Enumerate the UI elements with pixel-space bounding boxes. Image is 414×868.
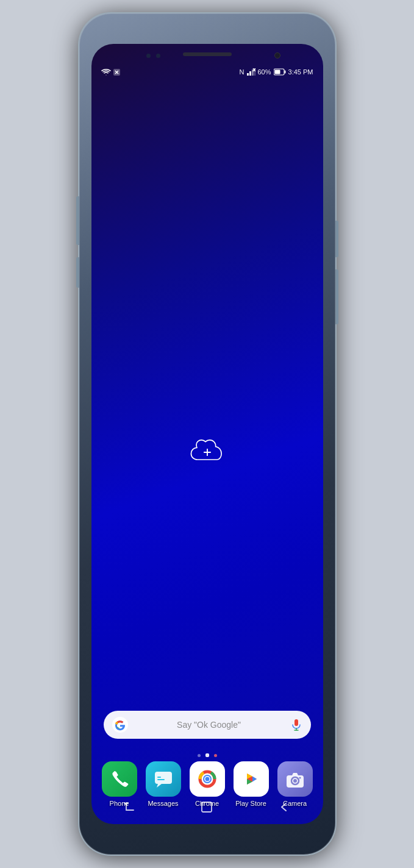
playstore-icon: [240, 767, 263, 791]
battery-percentage: 60%: [258, 68, 271, 76]
phone-screen: N 60% 3:45 PM: [91, 44, 323, 824]
svg-marker-19: [157, 784, 162, 788]
phone-device: N 60% 3:45 PM: [79, 13, 335, 855]
page-dot-home: [205, 753, 209, 757]
svg-rect-21: [157, 779, 165, 780]
page-dot-active: [214, 754, 217, 757]
camera-icon: [284, 767, 307, 791]
bixby-button[interactable]: [335, 269, 338, 324]
svg-rect-4: [249, 71, 251, 76]
search-placeholder-text: Say "Ok Google": [133, 720, 285, 730]
volume-up-button[interactable]: [76, 196, 79, 245]
wifi-icon: [101, 68, 111, 76]
sensor-left: [146, 54, 151, 58]
status-left-icons: [101, 68, 120, 76]
svg-point-31: [299, 777, 301, 779]
battery-icon: [274, 68, 286, 76]
cloud-upload-widget[interactable]: [189, 439, 226, 465]
volume-down-button[interactable]: [76, 257, 79, 288]
svg-rect-15: [294, 719, 298, 726]
messages-icon: [152, 767, 175, 791]
status-time: 3:45 PM: [288, 68, 313, 76]
sensor-right: [156, 54, 160, 58]
svg-point-30: [293, 779, 297, 783]
svg-rect-32: [202, 802, 212, 812]
google-logo: [112, 717, 128, 733]
svg-point-26: [205, 777, 209, 781]
earpiece-speaker: [183, 52, 232, 56]
navigation-bar: [91, 790, 323, 824]
svg-rect-18: [155, 772, 172, 784]
nfc-icon-text: N: [240, 68, 244, 76]
chrome-icon: [196, 767, 219, 791]
voice-search-icon[interactable]: [290, 719, 302, 731]
back-button[interactable]: [272, 795, 296, 819]
status-bar: N 60% 3:45 PM: [91, 63, 323, 80]
svg-rect-11: [274, 70, 280, 74]
power-button[interactable]: [335, 221, 338, 257]
svg-rect-3: [247, 73, 249, 76]
svg-rect-10: [284, 71, 285, 74]
google-search-bar[interactable]: Say "Ok Google": [104, 711, 311, 739]
page-indicator-dots: [91, 753, 323, 757]
mobile-data-x-icon: [113, 69, 120, 76]
phone-icon: [108, 767, 131, 791]
cloud-plus-icon: [189, 439, 226, 465]
home-screen-content: Say "Ok Google": [91, 80, 323, 824]
front-camera: [274, 52, 280, 59]
page-dot-1: [198, 754, 201, 757]
svg-rect-20: [157, 777, 161, 778]
recents-button[interactable]: [118, 795, 142, 819]
status-right-icons: N 60% 3:45 PM: [240, 68, 313, 76]
home-button[interactable]: [195, 795, 219, 819]
signal-icon: [247, 68, 255, 76]
